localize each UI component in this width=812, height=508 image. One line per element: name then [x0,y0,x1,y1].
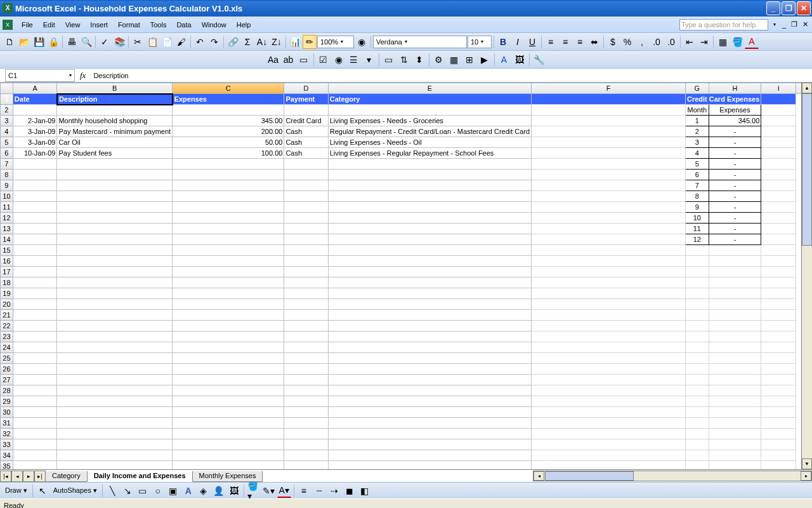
cell[interactable] [284,439,328,450]
cell[interactable] [284,331,328,342]
cell[interactable]: 345.00 [709,116,761,126]
fill-color-icon[interactable]: 🪣 [730,35,744,49]
cell[interactable] [328,245,531,256]
cell[interactable] [13,429,57,439]
cell[interactable] [173,159,284,170]
row-header-34[interactable]: 34 [1,450,13,461]
last-sheet-button[interactable]: ▸| [34,471,46,482]
menu-edit[interactable]: Edit [38,20,60,30]
cell[interactable] [57,288,173,299]
cell[interactable]: Pay Mastercard - minimum payment [57,126,173,137]
decrease-decimal-icon[interactable]: .0 [664,35,678,49]
cell[interactable] [13,213,57,224]
cell[interactable] [284,170,328,180]
cell[interactable]: - [709,213,761,224]
cell[interactable] [328,159,531,170]
font-name-combo[interactable]: Verdana▾ [373,36,467,48]
cell[interactable] [761,105,796,116]
cell[interactable] [761,256,796,267]
format-painter-icon[interactable]: 🖌 [174,35,188,49]
first-sheet-button[interactable]: |◂ [0,471,11,482]
close-button[interactable]: ✕ [797,1,811,15]
cell[interactable] [328,224,531,234]
cell[interactable]: Description [57,94,173,105]
cell[interactable] [173,256,284,267]
cell[interactable] [284,418,328,429]
cell[interactable] [328,180,531,191]
cell[interactable] [173,213,284,224]
cell[interactable] [57,213,173,224]
row-header-27[interactable]: 27 [1,375,13,385]
cell[interactable] [685,267,709,277]
print-icon[interactable]: 🖶 [65,35,79,49]
cell[interactable]: Living Expenses - Needs - Groceries [328,116,531,126]
cell[interactable] [532,159,686,170]
cell[interactable] [685,310,709,321]
cell[interactable] [532,321,686,331]
row-header-15[interactable]: 15 [1,245,13,256]
cell[interactable] [709,450,761,461]
cell[interactable]: - [709,180,761,191]
cell[interactable] [532,299,686,310]
cell[interactable] [173,245,284,256]
cell[interactable]: Living Expenses - Regular Repayment - Sc… [328,148,531,159]
shadow-icon[interactable]: ◼ [343,484,357,498]
cell[interactable] [761,288,796,299]
cell[interactable]: Cash [284,148,328,159]
line-icon[interactable]: ╲ [105,484,119,498]
row-header-19[interactable]: 19 [1,288,13,299]
cell[interactable] [709,267,761,277]
row-header-9[interactable]: 9 [1,180,13,191]
cell[interactable] [173,310,284,321]
cell[interactable] [284,299,328,310]
cell[interactable] [57,385,173,396]
underline-icon[interactable]: U [525,35,539,49]
col-header-G[interactable]: G [685,83,709,94]
copy-icon[interactable]: 📋 [145,35,159,49]
cell[interactable] [761,191,796,202]
col-header-E[interactable]: E [328,83,531,94]
cell[interactable] [13,385,57,396]
cell[interactable]: - [709,126,761,137]
font-color-draw-icon[interactable]: A▾ [277,484,291,498]
cell[interactable] [685,288,709,299]
bold-icon[interactable]: B [496,35,510,49]
cell[interactable]: - [709,170,761,180]
row-header-33[interactable]: 33 [1,439,13,450]
cell[interactable] [173,331,284,342]
cell[interactable] [761,170,796,180]
cell[interactable]: 10-Jan-09 [13,148,57,159]
cell[interactable] [532,288,686,299]
cell[interactable] [284,288,328,299]
cell[interactable] [685,396,709,407]
cell[interactable]: 50.00 [173,137,284,148]
cell[interactable] [173,450,284,461]
cell[interactable] [709,418,761,429]
align-center-icon[interactable]: ≡ [558,35,572,49]
cell[interactable] [284,450,328,461]
cell[interactable]: Monthly household shopping [57,116,173,126]
cell[interactable]: - [709,224,761,234]
cell[interactable] [685,277,709,288]
scroll-left-icon[interactable]: ◂ [534,471,544,481]
sheet-tab-category[interactable]: Category [45,471,88,482]
row-header-31[interactable]: 31 [1,418,13,429]
col-header-D[interactable]: D [284,83,328,94]
cell[interactable] [685,375,709,385]
cell[interactable] [173,407,284,418]
cell[interactable]: 10 [685,213,709,224]
run-dialog-icon[interactable]: ▶ [478,53,492,67]
cell[interactable] [761,321,796,331]
cell[interactable]: 1 [685,116,709,126]
row-header-3[interactable]: 3 [1,116,13,126]
cell[interactable] [328,418,531,429]
cell[interactable] [328,310,531,321]
cell[interactable] [761,353,796,364]
currency-icon[interactable]: $ [606,35,620,49]
cell[interactable] [13,170,57,180]
scroll-right-icon[interactable]: ▸ [801,471,811,481]
cell[interactable]: 5 [685,159,709,170]
cell[interactable] [761,396,796,407]
print-preview-icon[interactable]: 🔍 [79,35,93,49]
cell[interactable] [328,288,531,299]
